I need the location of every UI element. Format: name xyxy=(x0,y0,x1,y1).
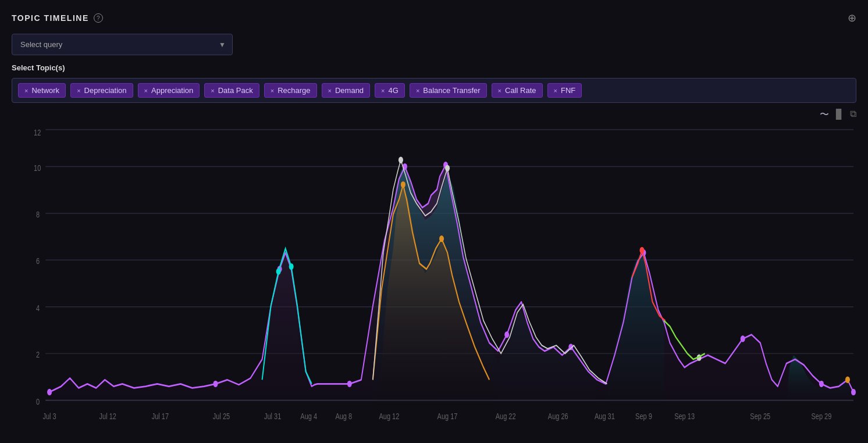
remove-call-rate-icon[interactable]: × xyxy=(498,87,501,94)
topic-label-recharge: Recharge xyxy=(278,86,310,95)
topic-tag-4g[interactable]: × 4G xyxy=(375,83,405,98)
svg-point-32 xyxy=(399,157,403,163)
page-title: TOPIC TIMELINE xyxy=(12,13,89,23)
svg-text:Jul 12: Jul 12 xyxy=(99,411,116,421)
remove-appreciation-icon[interactable]: × xyxy=(144,87,148,94)
timeline-chart: 0 2 4 6 8 10 12 xyxy=(12,126,856,437)
remove-balance-transfer-icon[interactable]: × xyxy=(416,87,419,94)
svg-text:4: 4 xyxy=(36,303,40,313)
remove-network-icon[interactable]: × xyxy=(24,87,28,94)
svg-point-27 xyxy=(276,268,281,274)
svg-text:Aug 31: Aug 31 xyxy=(595,411,615,421)
topic-label-network: Network xyxy=(31,86,59,95)
svg-point-29 xyxy=(401,181,405,188)
stack-chart-icon[interactable]: ⧉ xyxy=(850,109,856,121)
title-row: TOPIC TIMELINE ? xyxy=(12,13,103,23)
remove-depreciation-icon[interactable]: × xyxy=(77,87,80,94)
topic-label-call-rate: Call Rate xyxy=(505,86,536,95)
zoom-icon[interactable]: ⊕ xyxy=(848,12,856,24)
svg-point-31 xyxy=(845,377,850,383)
remove-demand-icon[interactable]: × xyxy=(328,87,332,94)
svg-text:Aug 17: Aug 17 xyxy=(437,411,458,421)
svg-point-23 xyxy=(504,331,509,338)
bar-chart-icon[interactable]: ▊ xyxy=(836,109,843,121)
remove-fnf-icon[interactable]: × xyxy=(554,87,557,94)
svg-text:Aug 22: Aug 22 xyxy=(496,411,516,421)
svg-text:Aug 8: Aug 8 xyxy=(335,411,352,421)
svg-point-22 xyxy=(347,381,352,387)
chart-area: 0 2 4 6 8 10 12 xyxy=(12,126,856,437)
chart-controls: 〜 ▊ ⧉ xyxy=(12,109,856,121)
svg-point-26 xyxy=(819,381,824,387)
header-row: TOPIC TIMELINE ? ⊕ xyxy=(12,12,856,24)
svg-point-30 xyxy=(439,235,444,242)
svg-point-35 xyxy=(639,247,644,253)
topic-tag-depreciation[interactable]: × Depreciation xyxy=(70,83,133,98)
svg-text:Jul 17: Jul 17 xyxy=(152,411,169,421)
topic-label-appreciation: Appreciation xyxy=(151,86,193,95)
svg-text:10: 10 xyxy=(34,163,41,173)
topic-tag-recharge[interactable]: × Recharge xyxy=(264,83,317,98)
main-container: TOPIC TIMELINE ? ⊕ Select query ▼ Select… xyxy=(0,0,868,443)
topic-label-balance-transfer: Balance Transfer xyxy=(423,86,480,95)
svg-text:Sep 29: Sep 29 xyxy=(811,411,831,421)
svg-text:Sep 25: Sep 25 xyxy=(750,411,770,421)
remove-recharge-icon[interactable]: × xyxy=(271,87,274,94)
topic-tag-data-pack[interactable]: × Data Pack xyxy=(204,83,259,98)
svg-text:12: 12 xyxy=(34,127,41,137)
remove-data-pack-icon[interactable]: × xyxy=(211,87,214,94)
svg-point-21 xyxy=(213,381,218,387)
svg-text:Jul 31: Jul 31 xyxy=(264,411,281,421)
svg-text:Aug 4: Aug 4 xyxy=(300,411,317,421)
svg-text:Jul 25: Jul 25 xyxy=(213,411,230,421)
query-select-wrapper: Select query ▼ xyxy=(12,34,233,55)
topic-tag-network[interactable]: × Network xyxy=(18,83,66,98)
topic-tag-balance-transfer[interactable]: × Balance Transfer xyxy=(410,83,487,98)
svg-text:Sep 9: Sep 9 xyxy=(635,411,652,421)
svg-point-33 xyxy=(445,165,450,172)
svg-text:2: 2 xyxy=(36,349,40,359)
topics-label: Select Topic(s) xyxy=(12,63,856,72)
svg-text:6: 6 xyxy=(36,256,40,266)
svg-text:Aug 26: Aug 26 xyxy=(548,411,568,421)
topic-tag-appreciation[interactable]: × Appreciation xyxy=(138,83,200,98)
topic-label-data-pack: Data Pack xyxy=(218,86,253,95)
line-chart-icon[interactable]: 〜 xyxy=(820,109,829,121)
topic-label-4g: 4G xyxy=(389,86,399,95)
topics-container: × Network × Depreciation × Appreciation … xyxy=(12,78,856,103)
svg-point-19 xyxy=(851,389,856,395)
svg-point-20 xyxy=(47,389,52,395)
svg-text:Aug 12: Aug 12 xyxy=(379,411,399,421)
svg-text:Jul 3: Jul 3 xyxy=(42,411,56,421)
svg-text:8: 8 xyxy=(36,209,40,219)
topic-label-demand: Demand xyxy=(335,86,364,95)
topic-label-depreciation: Depreciation xyxy=(84,86,127,95)
svg-text:Sep 13: Sep 13 xyxy=(674,411,695,421)
remove-4g-icon[interactable]: × xyxy=(381,87,385,94)
svg-text:0: 0 xyxy=(36,396,40,406)
svg-point-28 xyxy=(289,263,294,270)
query-select[interactable]: Select query xyxy=(12,34,233,55)
topic-tag-fnf[interactable]: × FNF xyxy=(547,83,582,98)
topic-tag-demand[interactable]: × Demand xyxy=(322,83,371,98)
svg-point-25 xyxy=(741,335,745,342)
topic-label-fnf: FNF xyxy=(561,86,575,95)
topic-tag-call-rate[interactable]: × Call Rate xyxy=(492,83,543,98)
help-icon[interactable]: ? xyxy=(94,13,103,23)
